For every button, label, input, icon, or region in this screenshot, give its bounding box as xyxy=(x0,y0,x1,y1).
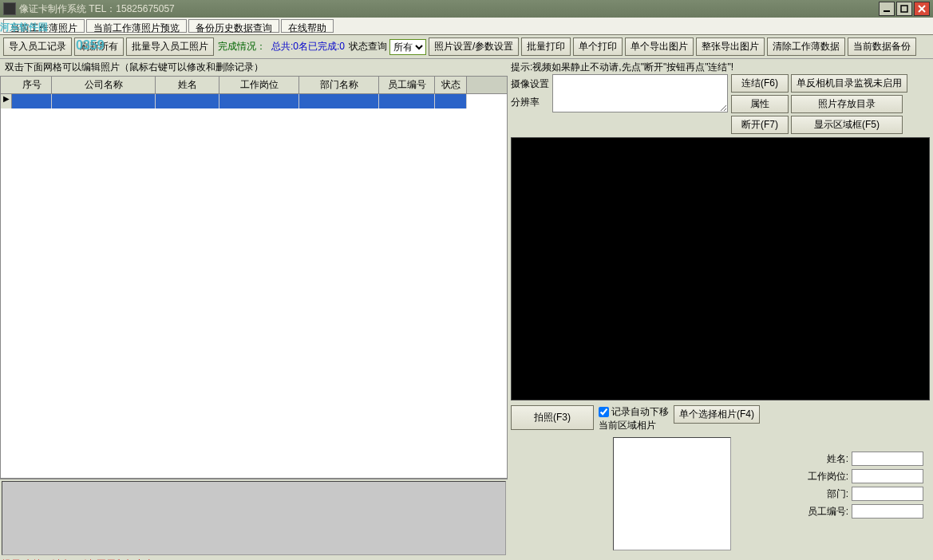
auto-move-down-checkbox[interactable]: 记录自动下移 xyxy=(599,405,669,419)
menu-tab-preview[interactable]: 当前工作薄照片预览 xyxy=(86,19,187,33)
job-label: 工作岗位: xyxy=(808,470,848,483)
resolution-label: 分辨率 xyxy=(511,96,549,109)
close-button[interactable] xyxy=(914,2,930,16)
camera-hint: 提示:视频如果静止不动请,先点"断开"按钮再点"连结"! xyxy=(511,61,930,74)
properties-button[interactable]: 属性 xyxy=(731,95,789,113)
name-field[interactable] xyxy=(852,452,923,466)
show-area-button[interactable]: 显示区域框(F5) xyxy=(791,116,903,134)
left-panel: 双击下面网格可以编辑照片（鼠标右键可以修改和删除记录） 序号 公司名称 姓名 工… xyxy=(0,59,508,560)
employee-form: 姓名: 工作岗位: 部门: 员工编号: xyxy=(808,452,923,519)
name-label: 姓名: xyxy=(827,452,848,466)
backup-now-button[interactable]: 当前数据备份 xyxy=(848,37,916,56)
current-area-photo-label: 当前区域相片 xyxy=(599,419,669,432)
batch-export-button[interactable]: 整张导出图片 xyxy=(696,37,765,56)
auto-move-down-input[interactable] xyxy=(599,407,609,417)
titlebar: 像证卡制作系统 TEL：15825675057 xyxy=(0,0,933,18)
right-panel: 提示:视频如果静止不动请,先点"断开"按钮再点"连结"! 摄像设置 分辨率 连结… xyxy=(508,59,933,560)
photo-dir-button[interactable]: 照片存放目录 xyxy=(791,95,903,113)
col-job[interactable]: 工作岗位 xyxy=(219,77,299,93)
thumbnail-strip[interactable] xyxy=(2,481,506,555)
dept-label: 部门: xyxy=(827,487,848,501)
col-name[interactable]: 姓名 xyxy=(156,77,219,93)
dslr-monitor-button[interactable]: 单反相机目录监视未启用 xyxy=(791,74,907,93)
toolbar: 导入员工记录 刷新所有 批量导入员工照片 完成情况： 总共:0名已完成:0 状态… xyxy=(0,35,933,59)
camera-settings-label: 摄像设置 xyxy=(511,77,549,91)
col-dept[interactable]: 部门名称 xyxy=(299,77,379,93)
resolution-input[interactable] xyxy=(552,74,728,112)
progress-value: 总共:0名已完成:0 xyxy=(270,40,346,53)
progress-label: 完成情况： xyxy=(216,40,267,53)
maximize-button[interactable] xyxy=(896,2,912,16)
menu-tab-help[interactable]: 在线帮助 xyxy=(281,19,334,33)
col-company[interactable]: 公司名称 xyxy=(52,77,156,93)
empno-label: 员工编号: xyxy=(808,505,848,519)
menubar: 当前工作薄照片 当前工作薄照片预览 备份历史数据查询 在线帮助 xyxy=(0,18,933,35)
refresh-all-button[interactable]: 刷新所有 xyxy=(74,37,124,56)
import-employee-button[interactable]: 导入员工记录 xyxy=(3,37,72,56)
menu-tab-photos[interactable]: 当前工作薄照片 xyxy=(3,19,85,33)
col-empno[interactable]: 员工编号 xyxy=(379,77,435,93)
grid-header: 序号 公司名称 姓名 工作岗位 部门名称 员工编号 状态 xyxy=(0,76,508,94)
status-query-label: 状态查询 xyxy=(349,40,387,53)
job-field[interactable] xyxy=(852,469,923,483)
empno-field[interactable] xyxy=(852,504,923,519)
window-title: 像证卡制作系统 TEL：15825675057 xyxy=(19,2,175,16)
grid-body[interactable]: ▶ xyxy=(0,94,508,479)
menu-tab-history[interactable]: 备份历史数据查询 xyxy=(188,19,279,33)
disconnect-button[interactable]: 断开(F7) xyxy=(731,116,789,134)
photo-thumbnail xyxy=(613,437,731,550)
single-export-button[interactable]: 单个导出图片 xyxy=(625,37,694,56)
col-status[interactable]: 状态 xyxy=(435,77,467,93)
svg-rect-1 xyxy=(901,6,907,12)
single-select-photo-button[interactable]: 单个选择相片(F4) xyxy=(674,405,760,424)
batch-print-button[interactable]: 批量打印 xyxy=(521,37,571,56)
single-print-button[interactable]: 单个打印 xyxy=(573,37,623,56)
dept-field[interactable] xyxy=(852,487,923,501)
connect-button[interactable]: 连结(F6) xyxy=(731,74,789,93)
minimize-button[interactable] xyxy=(879,2,895,16)
status-filter-combo[interactable]: 所有 xyxy=(389,39,426,55)
batch-import-photo-button[interactable]: 批量导入员工照片 xyxy=(126,37,214,56)
col-seq[interactable]: 序号 xyxy=(12,77,52,93)
app-icon xyxy=(3,2,16,15)
window-controls xyxy=(879,2,930,16)
camera-preview xyxy=(511,137,930,400)
table-row[interactable]: ▶ xyxy=(1,94,507,108)
clear-workbook-button[interactable]: 清除工作薄数据 xyxy=(767,37,845,56)
grid-hint: 双击下面网格可以编辑照片（鼠标右键可以修改和删除记录） xyxy=(0,59,508,76)
capture-button[interactable]: 拍照(F3) xyxy=(511,405,594,430)
photo-param-button[interactable]: 照片设置/参数设置 xyxy=(429,37,519,56)
